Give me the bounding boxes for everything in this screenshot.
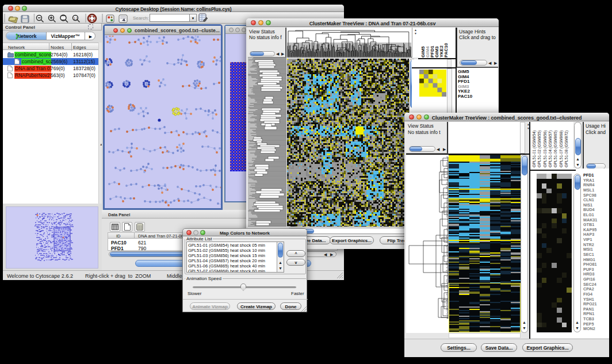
- svg-text:GPL51-06 (GSM865): GPL51-06 (GSM865): [553, 131, 558, 167]
- svg-text:GPL51-03 (GSM856): GPL51-03 (GSM856): [543, 131, 548, 167]
- svg-text:GPL51-08 (GSM872): GPL51-08 (GSM872): [564, 131, 569, 167]
- svg-text:GPL51-07 (GSM868): GPL51-07 (GSM868): [559, 131, 564, 167]
- svg-text:GPL51-01 (GSM854): GPL51-01 (GSM854): [532, 131, 537, 167]
- svg-text:PAC10: PAC10: [443, 43, 449, 58]
- svg-text:GPL51-04 (GSM857): GPL51-04 (GSM857): [548, 131, 553, 167]
- svg-text:GPL51-02 (GSM855): GPL51-02 (GSM855): [537, 131, 542, 167]
- svg-text:1:1: 1:1: [74, 17, 78, 20]
